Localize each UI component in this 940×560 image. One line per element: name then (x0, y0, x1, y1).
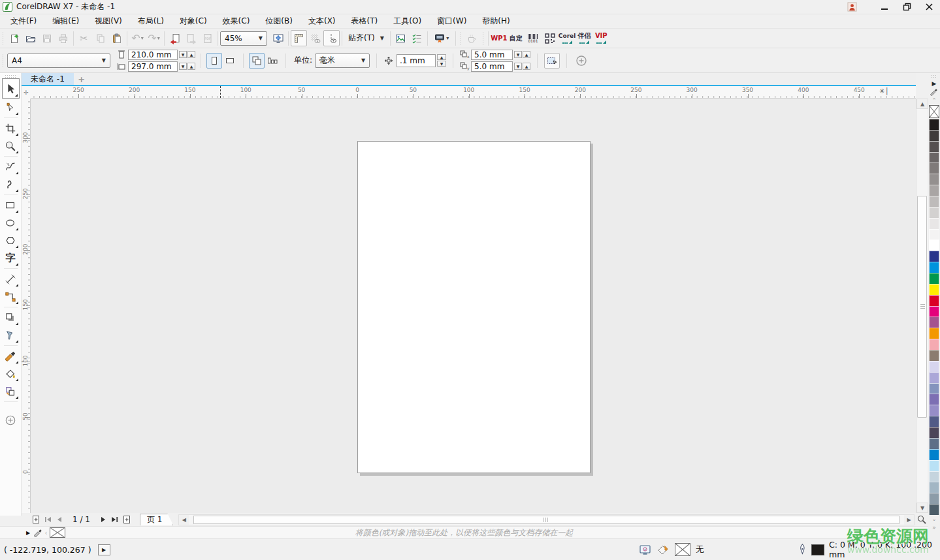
polygon-tool[interactable] (2, 232, 20, 249)
toolbox-grip[interactable] (5, 74, 16, 78)
snap-to-dropdown[interactable]: 贴齐(T)▼ (344, 31, 388, 46)
ruler-origin-button[interactable]: ✛ (22, 86, 31, 99)
dup-x-spin-down[interactable]: ▼ (514, 51, 522, 58)
artistic-media-tool[interactable] (2, 176, 20, 193)
plugin-corel-button[interactable]: Corel (559, 30, 575, 46)
menu-表格T[interactable]: 表格(T) (344, 14, 386, 28)
show-guidelines-toggle[interactable] (323, 30, 340, 46)
text-tool[interactable]: 字 (2, 249, 20, 267)
palette-color-swatch[interactable] (929, 427, 939, 438)
palette-color-swatch[interactable] (929, 504, 939, 515)
paste-button[interactable] (108, 30, 125, 46)
color-eyedropper-tool[interactable] (2, 347, 20, 365)
palette-color-swatch[interactable] (929, 130, 939, 141)
ellipse-tool[interactable] (2, 214, 20, 232)
palette-flyout-button[interactable]: ▶ (929, 79, 939, 87)
show-grid-toggle[interactable] (307, 30, 323, 46)
current-page-button[interactable] (265, 53, 280, 69)
palette-color-swatch[interactable] (929, 350, 939, 361)
menu-文件F[interactable]: 文件(F) (3, 14, 44, 28)
drop-shadow-tool[interactable] (2, 309, 20, 326)
task-checklist-button[interactable] (409, 30, 425, 46)
palette-color-swatch[interactable] (929, 438, 939, 449)
crop-tool[interactable] (2, 119, 20, 137)
page-width-spin-down[interactable]: ▼ (179, 51, 187, 58)
cut-button[interactable]: ✂ (76, 30, 92, 46)
add-page-after-button[interactable] (122, 514, 132, 525)
plugin-wp1-button[interactable]: WP1 (491, 30, 508, 46)
customize-toolbox-button[interactable] (2, 411, 20, 429)
scroll-right-button[interactable]: ▶ (904, 515, 914, 525)
import-button[interactable] (167, 30, 183, 46)
palette-color-swatch[interactable] (929, 449, 939, 460)
palette-color-swatch[interactable] (929, 119, 939, 130)
document-palette-no-color[interactable] (50, 527, 65, 538)
status-flyout-button[interactable]: ▶ (98, 544, 110, 555)
freehand-tool[interactable] (2, 158, 20, 176)
shape-tool[interactable] (2, 99, 20, 116)
no-color-swatch[interactable] (929, 105, 939, 118)
print-button[interactable] (55, 30, 71, 46)
palette-color-swatch[interactable] (929, 284, 939, 295)
menu-视图V[interactable]: 视图(V) (87, 14, 130, 28)
menu-效果C[interactable]: 效果(C) (215, 14, 258, 28)
page-1-tab[interactable]: 页 1 (140, 514, 173, 525)
landscape-orientation-button[interactable] (222, 53, 238, 69)
outline-pen-icon[interactable] (798, 543, 807, 556)
interactive-fill-tool[interactable] (2, 365, 20, 382)
palette-scroll-up-button[interactable]: ⌃ (929, 96, 939, 104)
previous-page-button[interactable] (54, 514, 65, 525)
palette-color-swatch[interactable] (929, 240, 939, 251)
palette-color-swatch[interactable] (929, 405, 939, 416)
palette-scroll-down-button[interactable]: ⌄ (929, 515, 939, 523)
plugin-qrcode-button[interactable] (542, 30, 559, 46)
menu-位图B[interactable]: 位图(B) (257, 14, 300, 28)
palette-color-swatch[interactable] (929, 383, 939, 394)
scroll-left-button[interactable]: ◀ (179, 515, 189, 525)
nudge-distance-field[interactable]: .1 mm (397, 54, 436, 67)
dup-y-spin-up[interactable]: ▲ (523, 63, 530, 70)
palette-color-swatch[interactable] (929, 493, 939, 504)
vertical-scrollbar[interactable]: ▲ ▼ (916, 99, 928, 513)
undo-button[interactable]: ↶▾ (129, 30, 146, 46)
palette-color-swatch[interactable] (929, 262, 939, 273)
options-media-button[interactable] (393, 30, 409, 46)
show-rulers-toggle[interactable] (291, 30, 307, 46)
page-height-spin-up[interactable]: ▲ (187, 63, 195, 70)
pan-zoom-button[interactable] (916, 514, 928, 525)
open-document-button[interactable] (22, 30, 39, 46)
page-width-field[interactable]: 210.0 mm (128, 50, 178, 60)
scroll-down-button[interactable]: ▼ (916, 503, 928, 513)
fill-none-swatch[interactable] (675, 543, 690, 556)
scroll-up-button[interactable]: ▲ (916, 99, 928, 109)
page-width-spin-up[interactable]: ▲ (187, 51, 195, 58)
rectangle-tool[interactable] (2, 196, 20, 214)
first-page-button[interactable] (42, 514, 53, 525)
palette-color-swatch[interactable] (929, 339, 939, 350)
menu-帮助H[interactable]: 帮助(H) (474, 14, 517, 28)
drawing-canvas[interactable] (31, 99, 916, 513)
color-proof-icon[interactable] (639, 544, 651, 556)
plugin-barcode-button[interactable]: 0101 (525, 30, 542, 46)
dup-x-spin-up[interactable]: ▲ (523, 51, 530, 58)
palette-color-swatch[interactable] (929, 361, 939, 372)
zoom-tool[interactable] (2, 137, 20, 155)
palette-eyedropper-icon[interactable] (929, 87, 939, 96)
menu-编辑E[interactable]: 编辑(E) (44, 14, 87, 28)
connector-tool[interactable] (2, 288, 20, 305)
palette-color-swatch[interactable] (929, 185, 939, 196)
last-page-button[interactable] (110, 514, 120, 525)
palette-grip[interactable] (931, 74, 937, 78)
application-launcher-button[interactable]: ▾ (430, 30, 453, 46)
transparency-tool[interactable] (2, 326, 20, 344)
duplicate-x-field[interactable]: 5.0 mm (471, 50, 513, 60)
palette-color-swatch[interactable] (929, 174, 939, 185)
plugin-partner-button[interactable]: 伴侣 (575, 30, 592, 46)
plugin-custom-button[interactable]: 自定 (508, 30, 525, 46)
menu-窗口W[interactable]: 窗口(W) (429, 14, 474, 28)
export-button[interactable] (183, 30, 199, 46)
page-height-spin-down[interactable]: ▼ (179, 63, 187, 70)
redo-button[interactable]: ↷▾ (146, 30, 162, 46)
palette-color-swatch[interactable] (929, 372, 939, 383)
palette-color-swatch[interactable] (929, 218, 939, 229)
